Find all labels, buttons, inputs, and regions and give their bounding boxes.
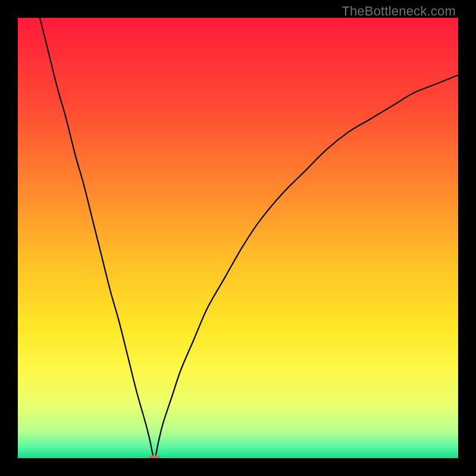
chart-frame xyxy=(18,18,458,458)
chart-plot xyxy=(18,18,458,458)
chart-background xyxy=(18,18,458,458)
chart-svg xyxy=(18,18,458,458)
watermark-text: TheBottleneck.com xyxy=(342,4,456,19)
